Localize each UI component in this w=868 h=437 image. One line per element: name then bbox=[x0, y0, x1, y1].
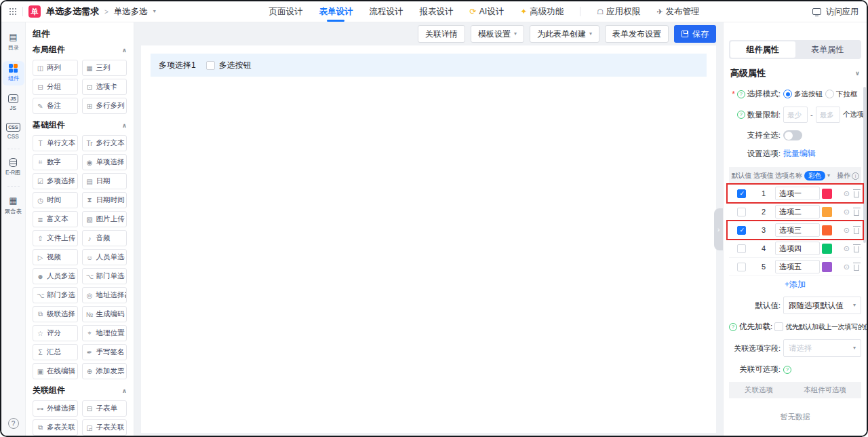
component-person-single[interactable]: ☺人员单选 bbox=[82, 249, 127, 265]
rail-item-components[interactable]: 组件 bbox=[3, 61, 24, 86]
chevron-down-icon[interactable]: ▾ bbox=[827, 173, 830, 178]
tab-form-properties[interactable]: 表单属性 bbox=[795, 41, 861, 58]
component-note[interactable]: ✎备注 bbox=[33, 98, 78, 114]
component-video[interactable]: ▷视频 bbox=[33, 249, 78, 265]
create-from-form-button[interactable]: 为此表单创建▾ bbox=[530, 25, 599, 43]
rail-item-css[interactable]: CSS CSS bbox=[3, 120, 24, 142]
eye-icon[interactable]: ⊙ bbox=[844, 245, 850, 252]
form-sheet[interactable]: 多项选择1 多选按钮 bbox=[141, 45, 716, 433]
component-tabs[interactable]: ⊡选项卡 bbox=[82, 79, 127, 95]
component-person-multi[interactable]: ☻人员多选 bbox=[33, 268, 78, 284]
component-dept-single[interactable]: ⌥部门单选 bbox=[82, 268, 127, 284]
component-date[interactable]: ▤日期 bbox=[82, 173, 127, 189]
color-swatch[interactable] bbox=[822, 225, 832, 235]
default-value-select[interactable]: 跟随选项默认值 ▾ bbox=[783, 297, 861, 314]
app-logo[interactable]: 单 bbox=[28, 5, 41, 18]
component-single-select[interactable]: ◉单项选择 bbox=[82, 154, 127, 170]
component-multi-line-text[interactable]: Tr多行文本 bbox=[82, 135, 127, 151]
default-checkbox[interactable] bbox=[737, 226, 746, 235]
component-audio[interactable]: ♪音频 bbox=[82, 230, 127, 246]
rail-item-aggregate-table[interactable]: ▦ 聚合表 bbox=[3, 193, 24, 218]
component-multi-row-col[interactable]: ⊞多行多列 bbox=[82, 98, 127, 114]
save-button[interactable]: 保存 bbox=[674, 25, 716, 43]
component-time[interactable]: ◷时间 bbox=[33, 192, 78, 208]
form-publish-settings-button[interactable]: 表单发布设置 bbox=[605, 25, 669, 43]
advanced-properties-header[interactable]: 高级属性 ∨ bbox=[730, 67, 860, 79]
default-checkbox[interactable] bbox=[737, 263, 746, 271]
component-foreign-key[interactable]: ⊶外键选择 bbox=[33, 400, 78, 417]
color-swatch[interactable] bbox=[822, 262, 832, 272]
tab-page-design[interactable]: 页面设计 bbox=[269, 1, 302, 22]
component-group[interactable]: ⊟分组 bbox=[33, 79, 78, 95]
apps-grid-menu-icon[interactable] bbox=[9, 8, 17, 16]
default-checkbox[interactable] bbox=[737, 189, 746, 198]
rail-item-directory[interactable]: ▤ 目录 bbox=[3, 29, 24, 55]
relation-detail-button[interactable]: 关联详情 bbox=[418, 25, 465, 43]
component-rich-text[interactable]: ≣富文本 bbox=[33, 211, 78, 227]
component-two-columns[interactable]: ◫两列 bbox=[33, 60, 78, 76]
trash-icon[interactable] bbox=[854, 265, 859, 271]
tab-report-design[interactable]: 报表设计 bbox=[419, 1, 453, 22]
trash-icon[interactable] bbox=[854, 210, 859, 216]
rail-item-js[interactable]: JS JS bbox=[3, 92, 24, 114]
component-single-line-text[interactable]: T单行文本 bbox=[33, 135, 78, 151]
option-name-input[interactable]: 选项五 bbox=[775, 260, 820, 273]
color-swatch[interactable] bbox=[822, 189, 832, 199]
trash-icon[interactable] bbox=[854, 246, 859, 252]
color-swatch[interactable] bbox=[822, 207, 832, 217]
select-all-toggle[interactable] bbox=[783, 130, 802, 140]
min-count-input[interactable] bbox=[783, 107, 808, 123]
component-online-edit[interactable]: ▣在线编辑 bbox=[33, 363, 78, 379]
component-add-invoice[interactable]: ⊕添加发票 bbox=[82, 363, 127, 379]
option-name-input[interactable]: 选项二 bbox=[775, 205, 820, 218]
panel-collapse-handle[interactable]: › bbox=[714, 208, 723, 250]
component-image-upload[interactable]: ▧图片上传 bbox=[82, 211, 127, 227]
max-count-input[interactable] bbox=[816, 107, 840, 123]
visit-app-button[interactable]: 访问应用 bbox=[812, 6, 859, 18]
component-subtable-relation[interactable]: ◲子表关联 bbox=[82, 419, 127, 436]
default-checkbox[interactable] bbox=[737, 244, 746, 253]
component-generate-code[interactable]: №生成编码 bbox=[82, 306, 127, 322]
tab-flow-design[interactable]: 流程设计 bbox=[369, 1, 403, 22]
component-dept-multi[interactable]: ⌥部门多选 bbox=[33, 287, 78, 303]
add-option-link[interactable]: +添加 bbox=[785, 279, 806, 290]
component-datetime[interactable]: ⧗日期时间 bbox=[82, 192, 127, 208]
current-form-name[interactable]: 单选多选 bbox=[114, 6, 148, 18]
tab-app-permissions[interactable]: ☖应用权限 bbox=[597, 1, 640, 22]
component-cascade-select[interactable]: ⧉级联选择 bbox=[33, 306, 78, 322]
tab-ai-design[interactable]: ⟳AI设计 bbox=[469, 1, 504, 22]
selected-field-multi-select[interactable]: 多项选择1 多选按钮 bbox=[151, 54, 707, 77]
section-relation-components[interactable]: 关联组件 ∧ bbox=[33, 385, 127, 396]
eye-icon[interactable]: ⊙ bbox=[844, 263, 850, 271]
help-icon[interactable]: ? bbox=[8, 418, 19, 429]
checkbox-icon[interactable] bbox=[206, 61, 215, 70]
eye-icon[interactable]: ⊙ bbox=[844, 190, 850, 197]
tab-form-design[interactable]: 表单设计 bbox=[319, 1, 353, 22]
preload-checkbox[interactable] bbox=[774, 322, 783, 331]
component-multi-table-relation[interactable]: ⧉多表关联 bbox=[33, 419, 78, 436]
relation-field-select[interactable]: 请选择 ▾ bbox=[783, 339, 861, 357]
radio-dropdown[interactable]: 下拉框 bbox=[825, 90, 858, 99]
eye-icon[interactable]: ⊙ bbox=[844, 227, 850, 234]
component-subform[interactable]: ⊟子表单 bbox=[82, 400, 127, 417]
tab-component-properties[interactable]: 组件属性 bbox=[730, 41, 795, 58]
component-address-picker[interactable]: ◎地址选择器 bbox=[82, 287, 127, 303]
template-settings-button[interactable]: 模板设置▾ bbox=[471, 25, 524, 43]
tab-advanced-features[interactable]: ✦高级功能 bbox=[520, 1, 564, 22]
batch-edit-link[interactable]: 批量编辑 bbox=[783, 148, 816, 159]
tab-publish-management[interactable]: ✈发布管理 bbox=[656, 1, 699, 22]
color-mode-badge[interactable]: 彩色 bbox=[804, 171, 825, 180]
chevron-down-icon[interactable]: ▾ bbox=[153, 9, 156, 14]
eye-icon[interactable]: ⊙ bbox=[844, 208, 850, 216]
trash-icon[interactable] bbox=[854, 228, 859, 234]
option-name-input[interactable]: 选项四 bbox=[775, 242, 820, 255]
scrollbar[interactable] bbox=[863, 87, 866, 243]
component-geolocation[interactable]: ⌖地理位置 bbox=[82, 325, 127, 341]
component-number[interactable]: ⌗数字 bbox=[33, 154, 78, 170]
component-multi-select[interactable]: ☑多项选择 bbox=[33, 173, 78, 189]
option-name-input[interactable]: 选项三 bbox=[775, 223, 820, 237]
trash-icon[interactable] bbox=[854, 191, 859, 197]
option-name-input[interactable]: 选项一 bbox=[775, 187, 820, 200]
color-swatch[interactable] bbox=[822, 244, 832, 254]
component-rating[interactable]: ☆评分 bbox=[33, 325, 78, 341]
